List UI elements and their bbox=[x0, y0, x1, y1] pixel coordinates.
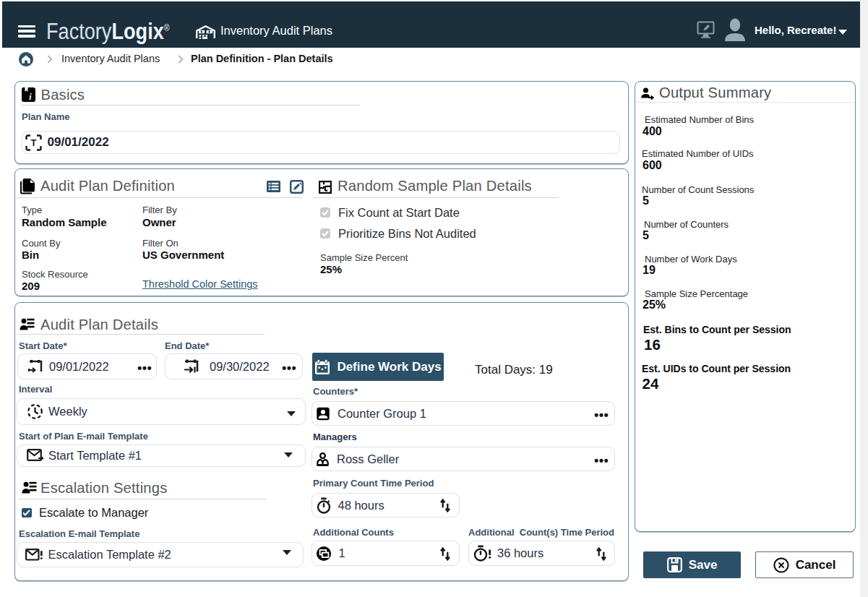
svg-text:T: T bbox=[30, 137, 36, 148]
